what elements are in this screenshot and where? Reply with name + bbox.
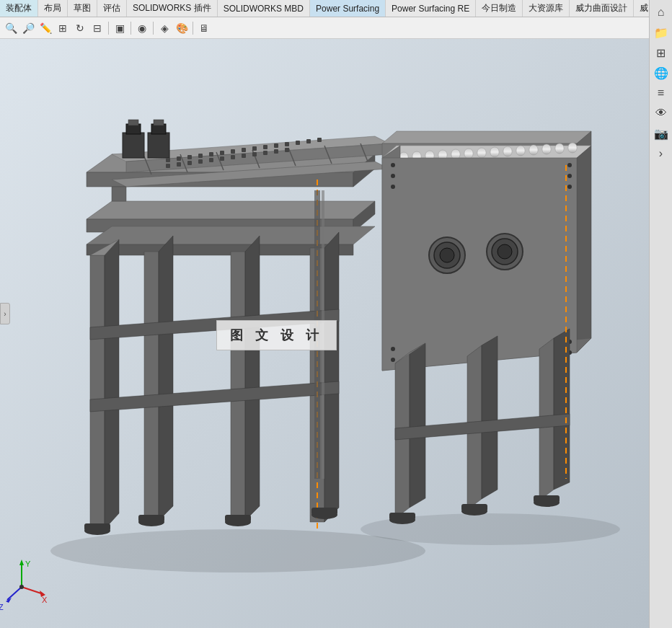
- svg-point-105: [498, 244, 512, 259]
- svg-rect-63: [263, 151, 268, 155]
- svg-rect-47: [252, 146, 257, 151]
- svg-point-140: [19, 585, 24, 589]
- left-panel-toggle[interactable]: ›: [0, 303, 10, 324]
- svg-rect-53: [317, 138, 322, 142]
- svg-point-107: [391, 174, 395, 178]
- menu-item-0[interactable]: 装配体: [0, 0, 38, 17]
- svg-rect-65: [285, 148, 289, 152]
- svg-rect-89: [490, 147, 499, 157]
- svg-marker-12: [105, 239, 119, 529]
- svg-marker-97: [577, 146, 591, 353]
- svg-marker-16: [231, 252, 245, 521]
- svg-marker-11: [90, 255, 105, 529]
- svg-rect-33: [128, 120, 138, 125]
- svg-rect-58: [209, 158, 213, 162]
- svg-rect-70: [84, 523, 110, 531]
- svg-rect-31: [123, 133, 144, 158]
- rotate-icon[interactable]: ↻: [72, 20, 88, 36]
- toolbar: 🔍🔎✏️⊞↻⊟▣◉◈🎨🖥: [0, 17, 649, 39]
- svg-rect-59: [220, 156, 224, 161]
- menu-item-7[interactable]: Power Surfacing RE: [386, 0, 476, 17]
- svg-point-109: [391, 347, 395, 351]
- svg-text:Z: Z: [0, 603, 4, 611]
- svg-point-112: [567, 174, 572, 178]
- svg-rect-51: [296, 141, 300, 145]
- eye-icon[interactable]: 👁: [652, 104, 671, 123]
- svg-marker-19: [324, 232, 339, 522]
- folder-icon[interactable]: 📁: [652, 23, 671, 42]
- svg-rect-90: [503, 146, 512, 156]
- sphere-icon[interactable]: ◉: [134, 20, 150, 36]
- svg-marker-77: [382, 131, 591, 143]
- svg-rect-50: [285, 142, 289, 146]
- color-icon[interactable]: 🎨: [174, 20, 190, 36]
- svg-point-111: [567, 163, 572, 167]
- right-sidebar: ⌂📁⊞🌐≡👁📷›: [649, 0, 672, 628]
- svg-rect-126: [389, 513, 415, 520]
- svg-marker-38: [112, 187, 126, 201]
- svg-rect-76: [311, 508, 337, 515]
- pencil-icon[interactable]: ✏️: [37, 20, 53, 36]
- list-icon[interactable]: ≡: [652, 84, 671, 102]
- svg-rect-94: [555, 143, 564, 154]
- svg-rect-128: [461, 504, 487, 511]
- menu-item-1[interactable]: 布局: [38, 0, 68, 17]
- svg-point-108: [391, 185, 395, 189]
- svg-rect-36: [154, 120, 164, 125]
- svg-rect-62: [252, 152, 257, 156]
- svg-rect-34: [148, 133, 169, 158]
- svg-rect-42: [198, 154, 203, 158]
- zoom-select-icon[interactable]: 🔎: [20, 20, 36, 36]
- menu-item-4[interactable]: SOLIDWORKS 插件: [127, 0, 218, 17]
- svg-point-1: [50, 529, 425, 572]
- menu-bar: 装配体布局草图评估SOLIDWORKS 插件SOLIDWORKS MBDPowe…: [0, 0, 672, 17]
- 3d-viewport[interactable]: Y X Z 图 文 设 计: [0, 39, 649, 628]
- grid-icon[interactable]: ⊞: [652, 43, 671, 62]
- home-icon[interactable]: ⌂: [652, 3, 671, 22]
- svg-rect-64: [274, 149, 278, 154]
- svg-rect-92: [529, 145, 538, 155]
- svg-rect-60: [231, 155, 235, 159]
- svg-rect-74: [225, 515, 251, 522]
- svg-marker-122: [554, 329, 570, 490]
- menu-item-5[interactable]: SOLIDWORKS MBD: [218, 0, 310, 17]
- search-icon[interactable]: 🔍: [3, 20, 19, 36]
- sep1: [108, 22, 109, 35]
- svg-marker-15: [159, 236, 173, 521]
- svg-rect-93: [542, 144, 551, 154]
- svg-point-113: [567, 185, 572, 189]
- mirror-icon[interactable]: ⊟: [89, 20, 105, 36]
- monitor-icon[interactable]: 🖥: [196, 20, 212, 36]
- svg-marker-14: [144, 252, 159, 521]
- svg-rect-88: [477, 148, 486, 158]
- menu-item-8[interactable]: 今日制造: [476, 0, 523, 17]
- svg-point-106: [391, 163, 395, 167]
- svg-marker-6: [87, 201, 375, 219]
- svg-rect-72: [138, 515, 164, 522]
- menu-item-9[interactable]: 大资源库: [523, 0, 570, 17]
- globe-icon[interactable]: 🌐: [652, 63, 671, 82]
- svg-point-102: [440, 248, 454, 262]
- camera-icon[interactable]: 📷: [652, 124, 671, 143]
- svg-rect-52: [306, 139, 311, 143]
- menu-item-2[interactable]: 草图: [68, 0, 97, 17]
- svg-rect-40: [177, 156, 181, 161]
- svg-rect-57: [198, 159, 203, 164]
- arrow-right-icon[interactable]: ›: [652, 144, 671, 163]
- menu-item-6[interactable]: Power Surfacing: [310, 0, 386, 17]
- svg-rect-49: [274, 143, 278, 148]
- sep2: [131, 22, 131, 35]
- svg-rect-95: [568, 143, 577, 153]
- svg-rect-44: [220, 151, 224, 155]
- move-icon[interactable]: ⊞: [55, 20, 71, 36]
- svg-marker-99: [382, 158, 577, 371]
- svg-rect-48: [263, 145, 268, 149]
- box-icon[interactable]: ▣: [112, 20, 128, 36]
- menu-item-3[interactable]: 评估: [97, 0, 127, 17]
- svg-rect-41: [187, 155, 192, 159]
- material-icon[interactable]: ◈: [156, 20, 172, 36]
- menu-item-10[interactable]: 威力曲面设計: [570, 0, 634, 17]
- svg-rect-45: [231, 149, 235, 154]
- svg-marker-117: [410, 343, 425, 508]
- svg-marker-120: [482, 336, 498, 499]
